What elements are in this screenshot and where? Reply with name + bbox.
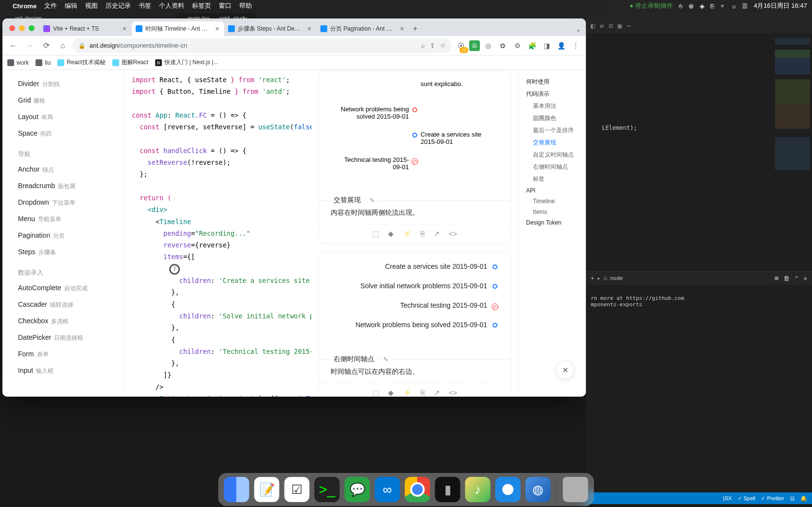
close-window-button[interactable] xyxy=(9,25,15,31)
bookmark-folder[interactable]: work xyxy=(7,59,29,66)
dock-app[interactable]: ◍ xyxy=(526,477,551,502)
dock-finder[interactable] xyxy=(224,477,249,502)
sidebar-item-autocomplete[interactable]: AutoComplete自动完成 xyxy=(2,280,124,297)
extension-icon[interactable]: ⚙ xyxy=(511,39,524,52)
status-item[interactable]: )SX xyxy=(723,495,732,502)
dock-trash[interactable] xyxy=(563,477,588,502)
spotlight-icon[interactable]: ⌕ xyxy=(732,2,736,10)
kill-terminal-icon[interactable]: 🗑 xyxy=(783,275,790,282)
sidebar-item-cascader[interactable]: Cascader级联选择 xyxy=(2,297,124,313)
status-icon[interactable]: ⊕ xyxy=(688,2,694,10)
anchor-item[interactable]: Design Token xyxy=(526,217,582,228)
anchor-item[interactable]: 何时使用 xyxy=(526,76,582,88)
code-expand-icon[interactable]: <> xyxy=(449,388,458,397)
sidebar-item-layout[interactable]: Layout布局 xyxy=(2,109,124,125)
anchor-item[interactable]: API xyxy=(526,185,582,196)
extension-icon[interactable]: 品 xyxy=(469,40,480,51)
close-tab-icon[interactable]: × xyxy=(306,25,313,32)
anchor-item[interactable]: 最后一个及排序 xyxy=(526,124,582,137)
compare-icon[interactable]: ⇄ xyxy=(600,22,603,30)
code-expand-icon[interactable]: <> xyxy=(449,229,458,238)
menu-profile[interactable]: 个人资料 xyxy=(159,1,184,10)
close-tab-icon[interactable]: × xyxy=(121,25,128,32)
anchor-item[interactable]: 标签 xyxy=(526,173,582,185)
external-link-icon[interactable]: ↗ xyxy=(434,229,440,238)
status-item[interactable]: ✓ Spell xyxy=(738,495,756,502)
tabs-dropdown-icon[interactable]: ⌄ xyxy=(576,26,581,33)
extensions-puzzle-icon[interactable]: 🧩 xyxy=(526,39,538,52)
sidebar-item-input[interactable]: Input输入框 xyxy=(2,363,124,379)
codepen-icon[interactable]: ◆ xyxy=(388,388,394,397)
menu-tabs[interactable]: 标签页 xyxy=(192,1,211,10)
bookmark-item[interactable]: React技术揭秘 xyxy=(57,58,105,67)
datetime[interactable]: 4月16日周日 16:47 xyxy=(754,1,807,10)
browser-tab-active[interactable]: 时间轴 Timeline - Ant Design × xyxy=(132,21,224,36)
sidebar-item-checkbox[interactable]: Checkbox多选框 xyxy=(2,313,124,330)
sidebar-item-anchor[interactable]: Anchor锚点 xyxy=(2,161,124,178)
control-center-icon[interactable]: ☰ xyxy=(742,2,748,10)
lock-icon[interactable]: 🔒 xyxy=(78,42,86,49)
dock-terminal[interactable]: >_ xyxy=(315,477,340,502)
edit-icon[interactable]: ✎ xyxy=(368,197,377,204)
stackblitz-icon[interactable]: ⚡ xyxy=(403,229,412,238)
star-icon[interactable]: ☆ xyxy=(440,42,446,49)
bookmark-folder[interactable]: liu xyxy=(35,59,51,66)
sidebar-item-pagination[interactable]: Pagination分页 xyxy=(2,227,124,244)
copy-icon[interactable]: ⎘ xyxy=(421,229,425,238)
overflow-icon[interactable]: ⋯ xyxy=(627,22,631,30)
copy-icon[interactable]: ⎘ xyxy=(421,388,425,397)
share-icon[interactable]: ⇪ xyxy=(430,42,435,49)
status-icon[interactable]: ⎘ xyxy=(710,2,714,10)
maximize-icon[interactable]: ⌃ xyxy=(794,275,798,282)
dock-reminders[interactable]: ☑ xyxy=(284,477,310,502)
sidebar-nav[interactable]: Divider分割线 Grid栅格 Layout布局 Space间距 导航 An… xyxy=(2,70,124,397)
close-tab-icon[interactable]: × xyxy=(214,25,220,32)
demo-title[interactable]: 交替展现 xyxy=(331,196,364,205)
forward-button[interactable]: → xyxy=(23,39,36,52)
browser-tab[interactable]: 分页 Pagination - Ant Design × xyxy=(317,21,409,36)
codesandbox-icon[interactable]: ⬚ xyxy=(372,388,379,397)
menu-history[interactable]: 历史记录 xyxy=(106,1,131,10)
status-item[interactable]: ✓ Prettier xyxy=(761,495,784,502)
external-link-icon[interactable]: ↗ xyxy=(434,388,440,397)
home-button[interactable]: ⌂ xyxy=(56,39,70,52)
maximize-window-button[interactable] xyxy=(29,25,35,31)
reload-button[interactable]: ⟳ xyxy=(39,39,53,52)
stackblitz-icon[interactable]: ⚡ xyxy=(403,388,412,397)
more-icon[interactable]: ⊡ xyxy=(609,22,613,30)
dock-notes[interactable]: 📝 xyxy=(254,477,280,502)
sidebar-item-form[interactable]: Form表单 xyxy=(2,346,124,363)
profile-icon[interactable]: 👤 xyxy=(555,39,567,52)
menu-icon[interactable]: ⋮ xyxy=(569,39,582,52)
dock-iterm[interactable]: ▮ xyxy=(435,477,460,502)
anchor-item[interactable]: 圆圈颜色 xyxy=(526,112,582,124)
minimap[interactable] xyxy=(775,38,810,203)
menu-help[interactable]: 帮助 xyxy=(239,1,252,10)
browser-tab[interactable]: 步骤条 Steps - Ant Design × xyxy=(224,21,317,36)
menu-file[interactable]: 文件 xyxy=(44,1,57,10)
vscode-editor[interactable]: LElement); xyxy=(586,33,812,271)
demo-title[interactable]: 右侧时间轴点 xyxy=(331,355,377,364)
extension-icon[interactable]: ⦿10 xyxy=(455,39,467,52)
status-icon[interactable]: ◈ xyxy=(700,2,705,10)
status-icon[interactable]: ⎋ xyxy=(679,2,683,10)
edit-icon[interactable]: ✎ xyxy=(381,356,390,363)
anchor-item[interactable]: Items xyxy=(526,207,582,217)
anchor-item-active[interactable]: 交替展现 xyxy=(526,137,582,149)
wifi-icon[interactable]: ᯤ xyxy=(720,2,726,10)
address-bar[interactable]: 🔒 ant.design/components/timeline-cn ⌕ ⇪ … xyxy=(72,38,452,53)
dock-vscode[interactable]: ∞ xyxy=(375,477,400,502)
split-icon[interactable]: ▣ xyxy=(618,22,621,30)
extension-icon[interactable]: ✿ xyxy=(496,39,509,52)
float-action-button[interactable]: ✕ xyxy=(556,361,574,379)
new-tab-button[interactable]: + xyxy=(409,22,422,35)
code-block[interactable]: import React, { useState } from 'react';… xyxy=(130,70,306,397)
menu-bookmarks[interactable]: 书签 xyxy=(139,1,151,10)
back-button[interactable]: ← xyxy=(6,39,20,52)
split-terminal-icon[interactable]: ⊞ xyxy=(775,275,779,282)
dock-safari[interactable] xyxy=(495,477,521,502)
dock-chrome[interactable] xyxy=(405,477,430,502)
anchor-item[interactable]: 右侧时间轴点 xyxy=(526,161,582,173)
sidebar-item-steps[interactable]: Steps步骤条 xyxy=(2,244,124,261)
status-icon[interactable]: ⊡ xyxy=(790,495,794,502)
